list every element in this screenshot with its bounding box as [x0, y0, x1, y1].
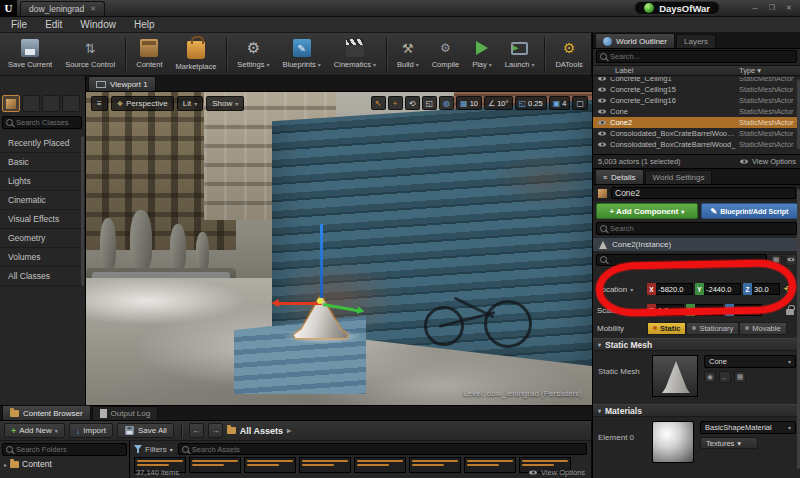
visibility-eye-icon[interactable]: [598, 119, 606, 126]
material-combo[interactable]: BasicShapeMaterial: [700, 421, 796, 434]
modes-item-basic[interactable]: Basic: [0, 153, 85, 172]
launch-button[interactable]: Launch: [499, 35, 541, 74]
tab-details[interactable]: Details: [595, 169, 644, 184]
outliner-search-input[interactable]: [610, 52, 793, 61]
tab-viewport-1[interactable]: Viewport 1: [88, 76, 156, 91]
modes-item-recently-placed[interactable]: Recently Placed: [0, 134, 85, 153]
build-button[interactable]: Build: [391, 35, 425, 74]
static-mesh-thumbnail[interactable]: [652, 355, 698, 397]
modes-item-volumes[interactable]: Volumes: [0, 248, 85, 267]
modes-item-cinematic[interactable]: Cinematic: [0, 191, 85, 210]
add-new-button[interactable]: Add New: [4, 423, 65, 438]
rotate-tool-button[interactable]: [405, 96, 420, 110]
outliner-row[interactable]: Concrete_Ceiling16 StaticMeshActor: [593, 95, 800, 106]
save-current-button[interactable]: Save Current: [2, 35, 58, 74]
outliner-row[interactable]: Concrete_Ceiling1 StaticMeshActor: [593, 77, 800, 84]
world-coordinate-button[interactable]: [439, 96, 454, 110]
location-x-value[interactable]: -5820.0: [656, 283, 693, 295]
menu-help[interactable]: Help: [125, 19, 164, 30]
cinematics-button[interactable]: Cinematics: [328, 35, 382, 74]
visibility-eye-icon[interactable]: [598, 97, 606, 104]
modes-scrollbar[interactable]: [81, 136, 84, 286]
filters-button[interactable]: Filters: [134, 445, 173, 454]
modes-item-geometry[interactable]: Geometry: [0, 229, 85, 248]
browse-to-asset-icon[interactable]: [704, 371, 716, 383]
level-document-tab[interactable]: dow_leningrad: [20, 1, 105, 16]
instance-row[interactable]: Cone2(Instance): [593, 238, 800, 251]
gizmo-x-axis[interactable]: [278, 302, 322, 305]
outliner-row-selected[interactable]: Cone2 StaticMeshActor: [593, 117, 800, 128]
location-label-cell[interactable]: Location: [597, 285, 645, 294]
outliner-row[interactable]: Consolodated_BoxCrateBarrelWood_E Static…: [593, 128, 800, 139]
blueprints-button[interactable]: Blueprints: [276, 35, 326, 74]
details-filter-input[interactable]: [610, 255, 763, 264]
folder-tree-item-content[interactable]: Content: [2, 459, 127, 469]
visibility-eye-icon[interactable]: [598, 108, 606, 115]
scale-tool-button[interactable]: [422, 96, 438, 110]
location-y-field[interactable]: Y -2440.0: [695, 283, 741, 295]
viewport-3d-scene[interactable]: Perspective Lit Show 10 10°: [86, 92, 592, 405]
lit-mode-button[interactable]: Lit: [177, 96, 203, 111]
display-filter-button[interactable]: [785, 254, 797, 266]
location-z-field[interactable]: Z 30.0: [743, 283, 780, 295]
location-x-field[interactable]: X -5820.0: [647, 283, 693, 295]
gizmo-center-handle[interactable]: [317, 298, 323, 304]
scale-x-value[interactable]: 1.0: [656, 304, 684, 316]
scale-snap-button[interactable]: 0.25: [515, 96, 547, 110]
add-component-button[interactable]: + Add Component: [596, 203, 698, 219]
expand-caret-icon[interactable]: [4, 461, 7, 468]
scale-lock-icon[interactable]: [786, 309, 794, 315]
modes-item-lights[interactable]: Lights: [0, 172, 85, 191]
static-mesh-section-header[interactable]: Static Mesh: [593, 338, 800, 351]
scale-y-field[interactable]: Y 1.0: [686, 304, 723, 316]
content-button[interactable]: Content: [130, 35, 168, 74]
tab-world-settings[interactable]: World Settings: [645, 170, 713, 184]
source-control-button[interactable]: Source Control: [59, 35, 121, 74]
static-mesh-combo[interactable]: Cone: [704, 355, 796, 368]
modes-item-all-classes[interactable]: All Classes: [0, 267, 85, 286]
perspective-button[interactable]: Perspective: [111, 96, 174, 111]
use-selected-asset-icon[interactable]: [719, 371, 731, 383]
back-button[interactable]: [189, 423, 204, 438]
foliage-mode-button[interactable]: [62, 95, 80, 112]
show-flags-button[interactable]: Show: [206, 96, 244, 111]
location-z-value[interactable]: 30.0: [752, 283, 780, 295]
details-search-input[interactable]: [610, 224, 793, 233]
camera-speed-button[interactable]: 4: [549, 96, 571, 110]
material-sphere-thumbnail[interactable]: [652, 421, 694, 463]
tab-output-log[interactable]: Output Log: [92, 406, 159, 420]
maximize-button[interactable]: [765, 2, 779, 14]
visibility-eye-icon[interactable]: [598, 141, 606, 148]
play-button[interactable]: Play: [466, 35, 498, 74]
mobility-stationary-button[interactable]: Stationary: [686, 322, 739, 335]
close-window-button[interactable]: [782, 2, 796, 14]
visibility-eye-icon[interactable]: [598, 77, 606, 82]
scale-z-value[interactable]: 1.0: [734, 304, 762, 316]
scale-label-cell[interactable]: Scale: [597, 306, 645, 315]
search-folders-input[interactable]: [16, 445, 123, 454]
tab-content-browser[interactable]: Content Browser: [2, 405, 91, 420]
grid-snap-button[interactable]: 10: [456, 96, 482, 110]
move-tool-button[interactable]: [388, 96, 403, 110]
datools-button[interactable]: DATools: [549, 35, 588, 74]
search-assets-input[interactable]: [192, 445, 583, 454]
settings-button[interactable]: Settings: [231, 35, 275, 74]
scale-z-field[interactable]: Z 1.0: [725, 304, 762, 316]
modes-item-visual-effects[interactable]: Visual Effects: [0, 210, 85, 229]
select-tool-button[interactable]: [371, 96, 386, 110]
minimize-button[interactable]: [748, 2, 762, 14]
modes-search-input[interactable]: [16, 118, 78, 127]
location-y-value[interactable]: -2440.0: [704, 283, 741, 295]
visibility-eye-icon[interactable]: [598, 130, 606, 137]
marketplace-button[interactable]: Marketplace: [170, 35, 223, 74]
outliner-view-options-button[interactable]: View Options: [739, 157, 796, 166]
blueprint-add-script-button[interactable]: Blueprint/Add Script: [701, 203, 798, 219]
maximize-viewport-button[interactable]: [572, 96, 588, 110]
menu-edit[interactable]: Edit: [36, 19, 71, 30]
menu-window[interactable]: Window: [71, 19, 125, 30]
viewport-options-button[interactable]: [91, 96, 108, 111]
textures-button[interactable]: Textures: [700, 437, 758, 449]
forward-button[interactable]: [208, 423, 223, 438]
property-matrix-icon[interactable]: [770, 254, 782, 266]
close-tab-icon[interactable]: [90, 5, 96, 13]
